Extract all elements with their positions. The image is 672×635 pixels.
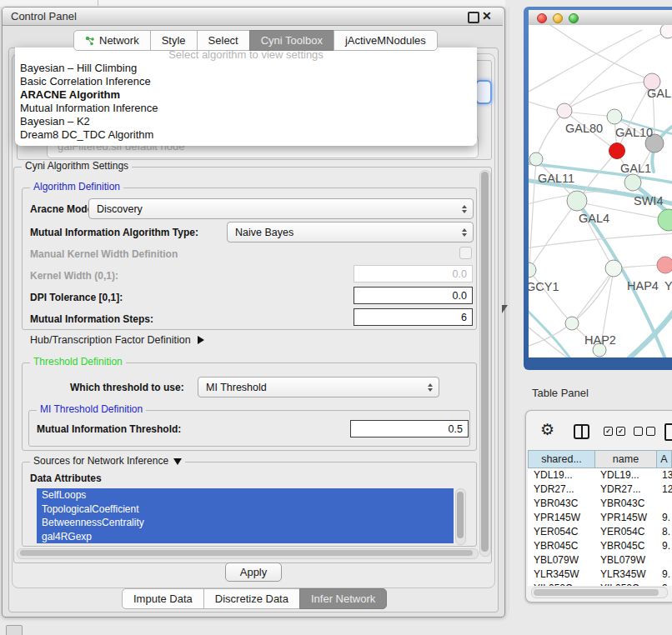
sources-group-title[interactable]: Sources for Network Inference	[30, 456, 185, 467]
table-row[interactable]: YDR27...YDR27...12	[528, 482, 672, 497]
table-cell: 9.	[660, 539, 672, 553]
tab-impute-data[interactable]: Impute Data	[122, 588, 204, 609]
data-attribute-item[interactable]: SelfLoops	[37, 488, 454, 502]
panel-splitter[interactable]	[509, 7, 509, 612]
table-cell: YLR345W	[600, 568, 660, 582]
settings-group-title: Cyni Algorithm Settings	[22, 161, 132, 172]
apply-button[interactable]: Apply	[225, 562, 282, 582]
algorithm-menu-item[interactable]: ARACNE Algorithm	[15, 88, 477, 102]
network-node[interactable]	[565, 317, 579, 330]
column-header-name[interactable]: name	[595, 450, 657, 468]
table-row[interactable]: YIL052CYIL052C9	[528, 582, 672, 586]
tab-label: Style	[162, 31, 186, 50]
dpi-tolerance-field[interactable]	[354, 287, 473, 304]
deselect-all-checkboxes-icon[interactable]	[634, 427, 655, 436]
close-traffic-light[interactable]	[537, 13, 547, 23]
network-node[interactable]	[529, 262, 536, 278]
algorithm-menu-item[interactable]: Bayesian – Hill Climbing	[15, 62, 477, 75]
settings-vertical-scrollbar[interactable]	[479, 170, 491, 557]
table-row[interactable]: YLR345WYLR345W9.	[528, 568, 672, 582]
attributes-list-scrollbar-thumb[interactable]	[457, 492, 464, 538]
algorithm-menu-item[interactable]: Mutual Information Inference	[15, 102, 477, 115]
data-attribute-item[interactable]: TopologicalCoefficient	[37, 502, 454, 517]
minimize-traffic-light[interactable]	[553, 13, 563, 23]
algorithm-menu-item[interactable]: Dream8 DC_TDC Algorithm	[15, 128, 477, 142]
tab-label: Select	[208, 31, 238, 50]
column-header-clipped[interactable]: A	[657, 450, 672, 468]
table-horizontal-scrollbar[interactable]	[531, 587, 668, 598]
network-edge[interactable]	[536, 112, 564, 159]
table-cell: YDR27...	[528, 482, 600, 497]
network-window-titlebar[interactable]	[529, 10, 672, 26]
table-row[interactable]: YER054CYER054C8.	[528, 525, 672, 539]
tab-select[interactable]: Select	[197, 30, 250, 51]
mi-threshold-field[interactable]	[350, 420, 469, 438]
column-header-shared-name[interactable]: shared...	[528, 450, 595, 468]
select-all-checkboxes-icon[interactable]: ✓ ✓	[604, 427, 625, 436]
network-edge[interactable]	[529, 271, 571, 322]
network-edge[interactable]	[529, 202, 577, 269]
mi-steps-field[interactable]	[354, 308, 473, 326]
split-columns-icon[interactable]	[574, 424, 589, 439]
checked-box-icon: ✓	[604, 427, 613, 436]
collapsed-panel-button[interactable]	[6, 625, 23, 635]
network-node[interactable]	[660, 25, 672, 38]
algorithm-combo-focus-ring[interactable]	[475, 80, 492, 104]
float-window-icon[interactable]	[468, 12, 479, 23]
zoom-traffic-light[interactable]	[569, 13, 579, 23]
manual-kernel-width-checkbox[interactable]	[459, 247, 472, 259]
algorithm-menu-item[interactable]: Bayesian – K2	[15, 115, 477, 128]
gear-icon[interactable]: ⚙	[540, 422, 554, 438]
network-node[interactable]	[607, 109, 622, 124]
table-row[interactable]: YBR043CYBR043C	[528, 497, 672, 511]
manual-kernel-width-label: Manual Kernel Width Definition	[30, 248, 178, 260]
tab-discretize-data[interactable]: Discretize Data	[203, 588, 300, 609]
network-node[interactable]	[605, 260, 622, 277]
tab-style[interactable]: Style	[150, 30, 198, 51]
table-row[interactable]: YBL079WYBL079W	[528, 553, 672, 568]
tab-cyni-toolbox[interactable]: Cyni Toolbox	[249, 30, 334, 51]
network-edge[interactable]	[624, 307, 672, 358]
tab-network[interactable]: Network	[73, 30, 151, 51]
network-edge[interactable]	[529, 160, 536, 268]
settings-horizontal-scrollbar[interactable]	[17, 548, 479, 559]
hub-definition-toggle[interactable]: Hub/Transcription Factor Definition	[30, 334, 204, 346]
settings-horizontal-scrollbar-thumb[interactable]	[20, 550, 473, 556]
network-edge[interactable]	[529, 30, 642, 100]
mi-algorithm-type-combo[interactable]: Naive Bayes	[227, 222, 474, 242]
network-node[interactable]	[529, 152, 543, 166]
settings-vertical-scrollbar-thumb[interactable]	[481, 172, 489, 552]
tab-infer-network[interactable]: Infer Network	[299, 588, 387, 609]
table-horizontal-scrollbar-thumb[interactable]	[534, 589, 659, 596]
table-cell: YDL19...	[528, 468, 600, 482]
spinner-icon	[460, 228, 468, 237]
table-row[interactable]: YBR045CYBR045C9.	[528, 539, 672, 553]
table-row[interactable]: YDL19...YDL19...13	[528, 468, 672, 482]
network-node[interactable]	[609, 143, 625, 159]
data-attribute-item[interactable]: BetweennessCentrality	[37, 516, 454, 530]
tab-label: Impute Data	[133, 589, 193, 608]
data-attribute-item[interactable]: gal4RGexp	[37, 530, 454, 544]
network-node[interactable]	[657, 257, 672, 273]
algorithm-menu-item[interactable]: Basic Correlation Inference	[15, 75, 477, 88]
network-edge[interactable]	[574, 269, 614, 322]
table-row[interactable]: YPR145WYPR145W9.	[528, 511, 672, 525]
network-canvas[interactable]: GALGAL80GAL10GAL1GAL11SWI4GAL4GCY1HAP4YH…	[529, 25, 672, 358]
table-cell: YBR043C	[528, 497, 600, 511]
mouse-cursor	[502, 305, 508, 313]
which-threshold-combo[interactable]: MI Threshold	[198, 377, 439, 398]
tab-jactivemnodules[interactable]: jActiveMNodules	[333, 30, 438, 51]
table-cell: YIL052C	[600, 582, 660, 586]
network-node[interactable]	[557, 103, 572, 118]
aracne-mode-combo[interactable]: Discovery	[88, 198, 474, 219]
network-node[interactable]	[624, 174, 641, 191]
table-cell: YBR045C	[600, 539, 660, 553]
close-icon[interactable]: ✕	[482, 9, 492, 22]
toolbar-divider	[98, 0, 98, 6]
network-node-label: HAP2	[584, 333, 616, 347]
network-node[interactable]	[658, 209, 672, 231]
network-node[interactable]	[567, 191, 587, 211]
table-document-icon[interactable]	[664, 423, 672, 441]
attributes-list-scrollbar[interactable]	[455, 488, 466, 545]
kernel-width-field[interactable]	[354, 265, 473, 282]
